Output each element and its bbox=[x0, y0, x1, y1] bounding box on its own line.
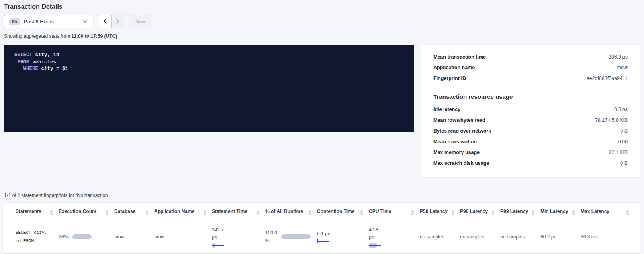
column-label: CPU Time bbox=[369, 209, 391, 216]
column-header-execution-count[interactable]: Execution Count bbox=[59, 203, 114, 221]
sort-icon[interactable] bbox=[532, 210, 535, 215]
previous-interval-button[interactable] bbox=[98, 15, 111, 28]
statement-link[interactable]: SELECT city, id FROM… bbox=[16, 221, 59, 253]
column-header-p50-latency[interactable]: P50 Latency bbox=[420, 203, 460, 221]
sql-statement-text: SELECT city, id FROM vehicles WHERE city… bbox=[14, 52, 404, 73]
sort-icon[interactable] bbox=[203, 210, 206, 215]
summary-row: Fingerprint ID ee2df683f5aa9411 bbox=[433, 73, 628, 84]
next-interval-button[interactable] bbox=[111, 15, 124, 28]
divider bbox=[433, 88, 628, 88]
page-title: Transaction Details bbox=[4, 3, 640, 10]
column-header-p99-latency[interactable]: P99 Latency bbox=[500, 203, 540, 221]
summary-label: Idle latency bbox=[433, 107, 460, 112]
transaction-details-section: Transaction Details 6h Past 6 Hours Now bbox=[0, 0, 644, 177]
min-latency-value: 60.2 µs bbox=[540, 233, 576, 241]
time-step-buttons bbox=[98, 15, 124, 28]
cpu-time-bar bbox=[369, 243, 382, 248]
summary-label: Max scratch disk usage bbox=[433, 160, 489, 166]
table-header-row: Statements Execution Count Database Appl… bbox=[4, 203, 640, 221]
column-header-database[interactable]: Database bbox=[114, 203, 154, 221]
chevron-left-icon bbox=[103, 18, 107, 25]
column-header-runtime-pct[interactable]: % of All Runtime bbox=[265, 203, 317, 221]
summary-row: Mean rows written 0.00 bbox=[433, 136, 628, 147]
cell-database: movr bbox=[114, 221, 154, 253]
column-header-cpu-time[interactable]: CPU Time bbox=[369, 203, 420, 221]
column-header-max-latency[interactable]: Max Latency bbox=[581, 203, 635, 221]
column-header-statements[interactable]: Statements bbox=[16, 203, 59, 221]
time-controls: 6h Past 6 Hours Now bbox=[4, 15, 640, 28]
column-header-application-name[interactable]: Application Name bbox=[154, 203, 212, 221]
statement-time-unit: µs bbox=[212, 234, 260, 242]
cell-execution-count: 263k bbox=[59, 221, 114, 253]
time-range-dropdown[interactable]: 6h Past 6 Hours bbox=[4, 15, 92, 28]
sort-icon[interactable] bbox=[411, 210, 414, 215]
cell-p99-latency: no samples bbox=[500, 221, 540, 253]
column-header-min-latency[interactable]: Min Latency bbox=[540, 203, 581, 221]
column-label: Contention Time bbox=[317, 209, 354, 216]
sql-keyword: FROM bbox=[18, 59, 29, 65]
cell-application-name: movr bbox=[154, 221, 212, 253]
summary-row: Application name movr bbox=[433, 62, 628, 73]
column-header-contention-time[interactable]: Contention Time bbox=[317, 203, 369, 221]
sql-indent bbox=[14, 66, 23, 72]
column-label: Execution Count bbox=[59, 209, 96, 216]
summary-label: Fingerprint ID bbox=[433, 76, 466, 81]
cell-min-latency: 60.2 µs bbox=[540, 221, 581, 253]
statement-line: SELECT city, bbox=[16, 229, 54, 237]
now-button[interactable]: Now bbox=[129, 15, 152, 28]
summary-value: 0 B bbox=[620, 160, 628, 166]
summary-row: Max scratch disk usage 0 B bbox=[433, 158, 628, 168]
cell-runtime-pct: 100.0 % bbox=[265, 221, 317, 253]
cpu-time-value: 40.8 bbox=[369, 226, 415, 234]
sort-icon[interactable] bbox=[572, 210, 575, 215]
runtime-unit: % bbox=[265, 237, 277, 245]
runtime-value: 100.0 bbox=[265, 229, 277, 237]
cell-cpu-time: 40.8 µs bbox=[369, 221, 420, 253]
column-label: Statement Time bbox=[212, 209, 247, 216]
column-label: Max Latency bbox=[581, 209, 609, 216]
p50-latency-value: no samples bbox=[420, 233, 455, 241]
summary-row: Max memory usage 22.1 KiB bbox=[433, 147, 628, 158]
summary-value: 0.00 bbox=[618, 139, 628, 145]
summary-label: Mean rows/bytes read bbox=[433, 117, 485, 123]
p99-latency-value: no samples bbox=[500, 233, 536, 241]
summary-row: Idle latency 0.0 ns bbox=[433, 104, 628, 115]
cell-p50-latency: no samples bbox=[420, 221, 460, 253]
sort-icon[interactable] bbox=[145, 210, 149, 215]
chevron-down-icon bbox=[83, 20, 87, 23]
time-range-label: Past 6 Hours bbox=[24, 19, 54, 25]
sort-icon[interactable] bbox=[308, 210, 311, 215]
cell-max-latency: 36.3 ms bbox=[581, 221, 635, 253]
summary-row: Bytes read over network 0 B bbox=[433, 125, 628, 136]
aggregated-stats-caption: Showing aggregated stats from 11:00 to 1… bbox=[4, 33, 640, 39]
table-row: SELECT city, id FROM… 263k movr movr 342… bbox=[4, 221, 640, 254]
execution-count-value: 263k bbox=[59, 233, 69, 241]
summary-row: Mean rows/bytes read 78.17 / 5.8 KiB bbox=[433, 115, 628, 125]
sql-statement-box: SELECT city, id FROM vehicles WHERE city… bbox=[4, 45, 414, 132]
sort-icon[interactable] bbox=[106, 210, 109, 215]
sort-icon[interactable] bbox=[256, 210, 260, 215]
summary-label: Mean transaction time bbox=[433, 54, 486, 60]
summary-label: Mean rows written bbox=[433, 139, 477, 145]
statement-time-value: 342.7 bbox=[212, 226, 260, 234]
column-header-statement-time[interactable]: Statement Time bbox=[212, 203, 265, 221]
sort-icon[interactable] bbox=[626, 210, 629, 215]
sql-text: city = $1 bbox=[38, 66, 68, 72]
column-header-p90-latency[interactable]: P90 Latency bbox=[460, 203, 500, 221]
column-label: Statements bbox=[16, 209, 41, 216]
sort-icon[interactable] bbox=[491, 210, 495, 215]
sort-icon[interactable] bbox=[50, 210, 53, 215]
sql-text: vehicles bbox=[29, 59, 57, 65]
statements-section: 1-1 of 1 statement fingerprints for this… bbox=[0, 188, 644, 254]
summary-value: movr bbox=[617, 65, 628, 70]
cell-statement-time: 342.7 µs bbox=[212, 221, 265, 253]
sort-icon[interactable] bbox=[360, 210, 363, 215]
column-label: Min Latency bbox=[540, 209, 568, 216]
chevron-right-icon bbox=[116, 18, 119, 25]
summary-value: 386.3 µs bbox=[609, 54, 628, 60]
summary-label: Bytes read over network bbox=[433, 128, 491, 134]
summary-label: Application name bbox=[433, 65, 475, 70]
sort-icon[interactable] bbox=[451, 210, 454, 215]
column-label: Database bbox=[114, 209, 135, 216]
sql-text: city, id bbox=[32, 52, 59, 58]
